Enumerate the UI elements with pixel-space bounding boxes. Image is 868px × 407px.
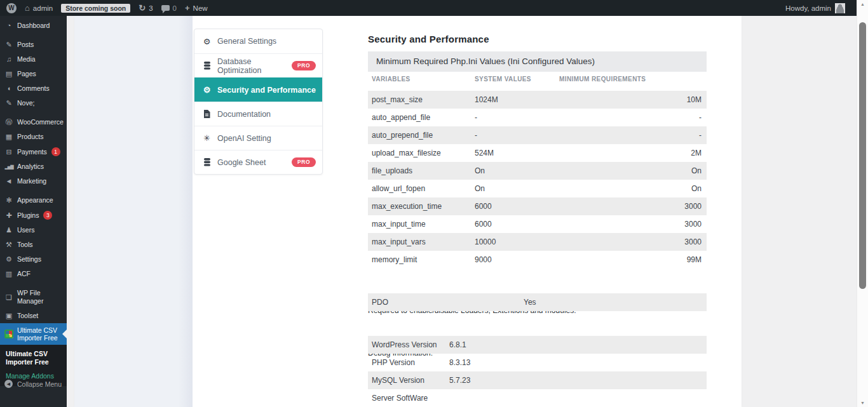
csv-importer-logo-icon [4, 330, 13, 338]
scrollbar-thumb[interactable] [859, 22, 866, 289]
left-gray-panel [74, 16, 193, 407]
megaphone-icon: ◄ [4, 177, 13, 185]
brush-icon: ✻ [4, 196, 13, 204]
sidebar-item-marketing[interactable]: ◄Marketing [0, 174, 67, 189]
new-content-menu[interactable]: + New [185, 3, 208, 13]
row-label: auto_prepend_file [368, 131, 475, 140]
table-row: auto_append_file-- [368, 109, 707, 126]
sidebar-item-acf[interactable]: ▥ACF [0, 267, 67, 281]
row-label: max_input_time [368, 220, 475, 229]
update-icon: ↻ [139, 3, 146, 13]
table-row: max_execution_time60003000 [368, 197, 707, 215]
folder-icon: ❏ [4, 293, 13, 302]
plus-icon: + [185, 3, 190, 13]
howdy-admin-link[interactable]: Howdy, admin [785, 4, 831, 12]
updates-link[interactable]: ↻ 3 [139, 3, 153, 13]
submenu-item-ultimate-csv-importer-free[interactable]: Ultimate CSV Importer Free [6, 350, 62, 366]
row-value: 5.7.23 [449, 376, 707, 385]
sidebar-item-label: ACF [17, 270, 31, 278]
sidebar-item-ultimate-csv-importer-free[interactable]: Ultimate CSV Importer Free [0, 323, 67, 345]
sidebar-item-label: WooCommerce [17, 118, 64, 126]
sidebar-item-tools[interactable]: ⚒Tools [0, 237, 67, 252]
tab-label: General Settings [217, 37, 276, 46]
vertical-scrollbar[interactable]: ▲ ▼ [857, 0, 868, 407]
table-row: memory_limit900099M [368, 251, 707, 269]
admin-bar: W ⌂ admin Store coming soon ↻ 3 0 + New … [0, 0, 857, 16]
row-label: file_uploads [368, 166, 475, 175]
row-value: 8.3.13 [449, 358, 707, 367]
row-value: 3000 [649, 237, 707, 246]
sidebar-item-label: WP File Manager [17, 289, 64, 305]
tab-documentation[interactable]: Documentation [194, 102, 322, 126]
sidebar-item-users[interactable]: ♟Users [0, 223, 67, 237]
home-icon: ⌂ [25, 3, 30, 13]
sidebar-item-appearance[interactable]: ✻Appearance [0, 193, 67, 208]
tab-general-settings[interactable]: ⚙General Settings [194, 29, 322, 53]
scroll-up-arrow-icon[interactable]: ▲ [857, 2, 868, 6]
table-row: post_max_size1024M10M [368, 91, 707, 109]
tab-label: Documentation [217, 110, 271, 119]
row-label: PDO [368, 298, 524, 307]
row-value: 3000 [649, 202, 707, 211]
sidebar-item-label: Appearance [17, 196, 53, 204]
tab-database-optimization[interactable]: Database OptimizationPRO [194, 53, 322, 77]
tab-label: Google Sheet [217, 158, 266, 167]
phpini-table-headers: VARIABLESSYSTEM VALUESMINIMUM REQUIREMEN… [368, 76, 707, 86]
row-value: 99M [649, 255, 707, 264]
sidebar-item-analytics[interactable]: ▂▅▇Analytics [0, 159, 67, 174]
row-label: post_max_size [368, 95, 475, 104]
wordpress-logo-icon: W [6, 3, 17, 13]
comment-count: 0 [173, 4, 177, 12]
row-value: On [475, 184, 649, 193]
comments-link[interactable]: 0 [161, 4, 177, 12]
count-badge: 3 [43, 211, 52, 220]
tab-security-and-performance[interactable]: ⚙Security and Performance [194, 77, 322, 102]
sidebar-item-posts[interactable]: ✎Posts [0, 37, 67, 52]
database-icon [202, 158, 212, 166]
table-row: PDOYes [368, 293, 707, 311]
sidebar-item-pages[interactable]: ▤Pages [0, 67, 67, 81]
document-icon [202, 110, 212, 118]
row-value: - [649, 131, 707, 140]
sidebar-item-payments[interactable]: ⊟Payments1 [0, 144, 67, 159]
sidebar-item-plugins[interactable]: ✚Plugins3 [0, 208, 67, 223]
sidebar-item-products[interactable]: ▦Products [0, 130, 67, 144]
collapse-arrow-icon: ◀ [4, 380, 13, 388]
table-row: MySQL Version5.7.23 [368, 371, 707, 389]
row-value: - [475, 131, 649, 140]
gear-icon: ⚙ [202, 37, 212, 46]
debug-table: WordPress Version6.8.1PHP Version8.3.13M… [368, 336, 707, 407]
sidebar-item-woocommerce[interactable]: ⓌWooCommerce [0, 115, 67, 130]
sidebar-item-label: Tools [17, 241, 33, 249]
row-label: max_execution_time [368, 202, 475, 211]
column-header: MINIMUM REQUIREMENTS [559, 76, 646, 83]
table-row: upload_max_filesize524M2M [368, 144, 707, 162]
tab-google-sheet[interactable]: Google SheetPRO [194, 150, 322, 174]
pushpin-icon: ✎ [4, 99, 13, 107]
row-value: On [649, 166, 707, 175]
pro-badge: PRO [292, 61, 316, 70]
sidebar-item-wp-file-manager[interactable]: ❏WP File Manager [0, 286, 67, 309]
wordpress-menu[interactable]: W [6, 3, 17, 13]
row-label: WordPress Version [368, 340, 449, 349]
sidebar-item-settings[interactable]: ⚙Settings [0, 252, 67, 267]
table-row: file_uploadsOnOn [368, 162, 707, 180]
sidebar-item-toolset[interactable]: ▣Toolset [0, 309, 67, 323]
pro-badge: PRO [292, 157, 316, 167]
site-link[interactable]: ⌂ admin [25, 3, 53, 13]
sidebar-item-nove[interactable]: ✎Nove; [0, 96, 67, 110]
products-icon: ▦ [4, 133, 13, 141]
row-value: 3000 [649, 220, 707, 229]
user-icon: ♟ [4, 226, 13, 234]
scroll-down-arrow-icon[interactable]: ▼ [857, 401, 868, 405]
sidebar-item-comments[interactable]: ◖Comments [0, 81, 67, 96]
column-header: SYSTEM VALUES [475, 76, 531, 83]
row-value: On [475, 166, 649, 175]
sidebar-item-media[interactable]: ♫Media [0, 52, 67, 67]
tab-openai-setting[interactable]: ✳OpenAI Setting [194, 126, 322, 150]
collapse-menu-button[interactable]: ◀ Collapse Menu [0, 377, 66, 390]
avatar[interactable] [835, 3, 845, 13]
sidebar-item-dashboard[interactable]: ◔Dashboard [0, 18, 67, 33]
table-row: PHP Version8.3.13 [368, 354, 707, 371]
row-value: - [649, 113, 707, 122]
